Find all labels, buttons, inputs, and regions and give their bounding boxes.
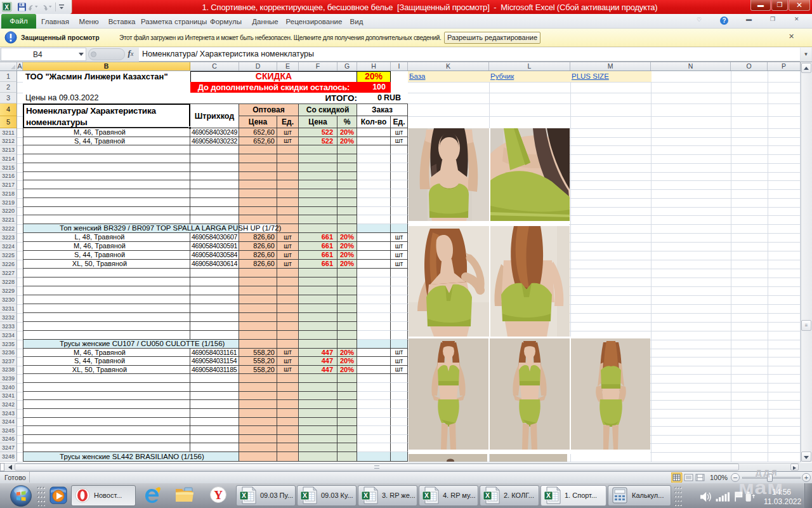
svg-text:X: X [485,491,490,499]
svg-text:X: X [242,491,246,499]
svg-text:X: X [4,4,9,11]
svg-text:X: X [546,491,551,499]
svg-text:X: X [363,491,368,499]
svg-text:Y: Y [214,488,223,502]
svg-text:X: X [424,491,429,499]
svg-text:X: X [303,491,307,499]
